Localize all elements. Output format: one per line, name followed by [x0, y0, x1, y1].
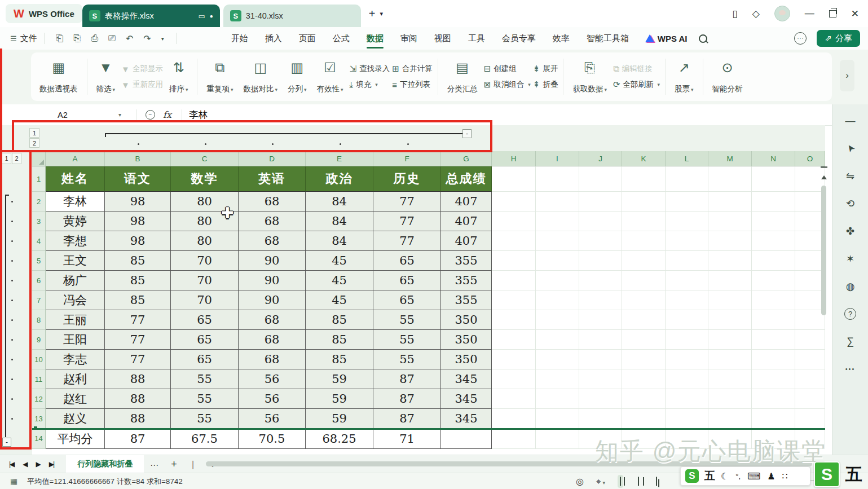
empty-cell[interactable]	[752, 192, 795, 212]
punctuation-icon[interactable]: °,	[735, 472, 741, 481]
data-cell[interactable]: 71	[373, 429, 441, 449]
empty-cell[interactable]	[752, 330, 795, 350]
empty-cell[interactable]	[666, 166, 708, 192]
sheet-list-button[interactable]: ···	[150, 460, 158, 469]
data-cell[interactable]: 平均分	[46, 429, 105, 449]
empty-cell[interactable]	[622, 192, 666, 212]
empty-cell[interactable]	[492, 231, 536, 251]
new-document-tab-button[interactable]: +	[369, 7, 376, 20]
data-cell[interactable]: 345	[441, 389, 492, 409]
ribbon-button-填充[interactable]: ⤓填充▾	[350, 80, 390, 90]
data-cell[interactable]: 68	[239, 192, 306, 212]
ribbon-button-下拉列表[interactable]: ≡下拉列表	[392, 80, 433, 90]
data-cell[interactable]: 68	[239, 330, 306, 350]
data-cell[interactable]: 87	[373, 409, 441, 429]
empty-cell[interactable]	[708, 350, 752, 369]
data-cell[interactable]: 88	[105, 369, 171, 389]
column-header-E[interactable]: E	[306, 151, 373, 166]
empty-cell[interactable]	[752, 290, 795, 310]
last-sheet-button[interactable]: ▶|	[49, 460, 54, 468]
empty-cell[interactable]	[579, 350, 622, 369]
menu-tab-工具[interactable]: 工具	[467, 30, 486, 47]
data-cell[interactable]: 65	[373, 271, 441, 290]
data-cell[interactable]: 88	[105, 409, 171, 429]
column-header-H[interactable]: H	[492, 151, 536, 166]
empty-cell[interactable]	[579, 369, 622, 389]
search-icon[interactable]	[699, 34, 707, 43]
empty-cell[interactable]	[492, 271, 536, 290]
data-cell[interactable]: 350	[441, 330, 492, 350]
data-cell[interactable]: 55	[171, 369, 239, 389]
ribbon-button-数据对比[interactable]: ◫数据对比▾	[239, 58, 281, 95]
doc-tab-active[interactable]: S 表格操作.xlsx ▭ ●	[82, 5, 220, 27]
column-header-D[interactable]: D	[239, 151, 306, 166]
data-cell[interactable]: 45	[306, 271, 373, 290]
mobile-sync-icon[interactable]: ▯	[732, 8, 737, 20]
search-document-icon[interactable]: ◍	[843, 280, 858, 293]
ribbon-button-分列[interactable]: ▥分列▾	[284, 58, 311, 95]
scroll-up-arrow[interactable]	[821, 175, 827, 179]
sheet-tab-active[interactable]: 行列隐藏和折叠	[66, 455, 144, 473]
tabbar-resize-handle[interactable]: ❘	[190, 459, 197, 469]
empty-cell[interactable]	[752, 166, 795, 192]
empty-cell[interactable]	[708, 330, 752, 350]
empty-cell[interactable]	[536, 330, 579, 350]
adjust-sliders-icon[interactable]: ⇋	[843, 170, 858, 182]
formula-sum-icon[interactable]: ∑	[843, 335, 858, 347]
data-cell[interactable]: 65	[171, 310, 239, 330]
empty-cell[interactable]	[622, 310, 666, 330]
row-header-14[interactable]: 14	[32, 429, 46, 449]
present-icon[interactable]: ▭	[198, 12, 205, 20]
data-cell[interactable]: 355	[441, 290, 492, 310]
new-file-icon[interactable]: ⎗	[56, 33, 64, 43]
doc-tab-inactive[interactable]: S 31-40.xlsx	[223, 5, 361, 27]
empty-cell[interactable]	[579, 231, 622, 251]
data-cell[interactable]: 80	[171, 231, 239, 251]
empty-cell[interactable]	[752, 251, 795, 271]
page-layout-view-button[interactable]	[654, 475, 659, 488]
row-header-11[interactable]: 11	[32, 369, 46, 389]
data-cell[interactable]: 45	[306, 290, 373, 310]
apps-icon[interactable]: ∷	[782, 471, 788, 482]
eye-icon[interactable]: ◎	[576, 476, 584, 487]
empty-cell[interactable]	[708, 369, 752, 389]
select-all-corner[interactable]	[32, 151, 46, 166]
menu-tab-审阅[interactable]: 审阅	[399, 30, 418, 47]
collapse-pane-icon[interactable]: —	[843, 114, 858, 127]
empty-cell[interactable]	[622, 212, 666, 231]
empty-cell[interactable]	[708, 310, 752, 330]
share-button[interactable]: ⇗ 分享	[817, 30, 860, 47]
empty-cell[interactable]	[622, 330, 666, 350]
empty-cell[interactable]	[622, 409, 666, 429]
data-cell[interactable]: 59	[306, 409, 373, 429]
data-cell[interactable]: 350	[441, 310, 492, 330]
data-cell[interactable]: 407	[441, 212, 492, 231]
column-header-F[interactable]: F	[373, 151, 441, 166]
column-header-G[interactable]: G	[441, 151, 492, 166]
ribbon-expand-button[interactable]: ›	[840, 60, 854, 91]
empty-cell[interactable]	[492, 350, 536, 369]
data-cell[interactable]: 68	[239, 231, 306, 251]
split-handle[interactable]	[821, 166, 827, 168]
header-cell[interactable]: 历史	[373, 166, 441, 192]
data-cell[interactable]: 77	[373, 212, 441, 231]
empty-cell[interactable]	[536, 212, 579, 231]
menu-tab-视图[interactable]: 视图	[433, 30, 452, 47]
moon-icon[interactable]: ☾	[721, 471, 729, 482]
service-icon[interactable]: ···	[794, 32, 807, 45]
empty-cell[interactable]	[752, 369, 795, 389]
row-header-8[interactable]: 8	[32, 310, 46, 330]
data-cell[interactable]: 350	[441, 350, 492, 369]
empty-cell[interactable]	[492, 310, 536, 330]
empty-cell[interactable]	[708, 290, 752, 310]
data-cell[interactable]: 赵红	[46, 389, 105, 409]
data-cell[interactable]: 王文	[46, 251, 105, 271]
column-header-M[interactable]: M	[708, 151, 752, 166]
data-cell[interactable]: 56	[239, 389, 306, 409]
empty-cell[interactable]	[622, 350, 666, 369]
empty-cell[interactable]	[492, 251, 536, 271]
data-cell[interactable]: 李林	[46, 192, 105, 212]
person-icon[interactable]: ♟	[767, 471, 775, 482]
column-header-C[interactable]: C	[171, 151, 239, 166]
empty-cell[interactable]	[579, 271, 622, 290]
